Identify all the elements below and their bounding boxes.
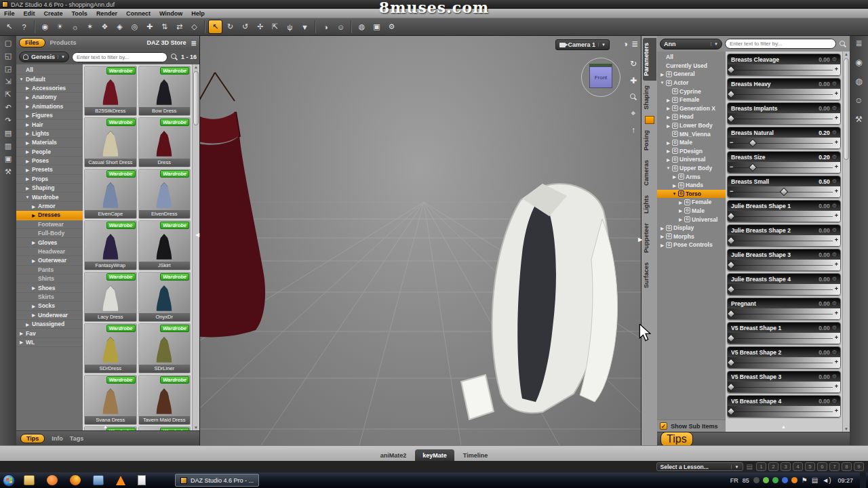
firefox-icon[interactable]	[70, 475, 81, 485]
blue-app-icon[interactable]	[93, 475, 104, 485]
whats-this-help[interactable]: ?	[17, 20, 31, 34]
increment-button[interactable]: +	[835, 115, 838, 121]
pane-tab[interactable]: Cameras	[643, 155, 656, 190]
slider-track[interactable]: − +	[728, 64, 840, 75]
tree-arrow-icon[interactable]: ▶	[666, 123, 671, 128]
increment-button[interactable]: +	[835, 163, 838, 170]
asset-thumbnail[interactable]: Wardrobe OnyxDr	[138, 272, 191, 322]
slider-track[interactable]: − +	[728, 284, 840, 295]
category-row[interactable]: ▶ Lights	[16, 129, 83, 138]
gear-icon[interactable]: ⚙	[832, 300, 837, 306]
tree-arrow-icon[interactable]: ▶	[25, 322, 30, 327]
white-shirt-object[interactable]	[441, 178, 641, 429]
slider-track[interactable]: − +	[728, 162, 840, 173]
redo-icon[interactable]: ↷	[5, 117, 11, 124]
daz-store-link[interactable]: DAZ 3D Store	[147, 39, 186, 46]
gear-icon[interactable]: ⚙	[832, 276, 837, 282]
category-row[interactable]: ▶ Accessories	[16, 84, 83, 93]
tab-products[interactable]: Products	[50, 39, 77, 46]
category-row[interactable]: ▶ WL	[16, 338, 83, 347]
aux-viewport-toggle[interactable]: ◍	[355, 20, 369, 34]
category-row[interactable]: ▶ Dresses	[16, 211, 83, 220]
tree-arrow-icon[interactable]: ▶	[19, 340, 24, 344]
parameter-group-row[interactable]: ▶ G General	[657, 70, 726, 79]
slider-track[interactable]: − +	[728, 186, 840, 197]
asset-thumbnail[interactable]: Wardrobe SDrLiner	[138, 323, 191, 373]
gear-icon[interactable]: ⚙	[832, 81, 837, 87]
timeline-tab[interactable]: aniMate2	[373, 449, 414, 461]
pane-tab[interactable]: Surfaces	[643, 258, 656, 293]
lesson-page-button[interactable]: 8	[842, 462, 852, 471]
tree-arrow-icon[interactable]: ▶	[678, 217, 683, 222]
render-tool[interactable]: ◉	[38, 20, 52, 34]
parameter-group-row[interactable]: ▶ G Lower Body	[657, 121, 726, 130]
timeline-tab[interactable]: keyMate	[415, 449, 454, 461]
tree-arrow-icon[interactable]: ▶	[672, 174, 677, 179]
battery-indicator[interactable]: 85	[743, 477, 749, 484]
camera-selector[interactable]: Camera 1 ▼	[555, 39, 610, 50]
red-dress-object[interactable]	[200, 71, 278, 342]
parameter-slider[interactable]: V5 Breast Shape 2 0.00 ⚙ − +	[727, 346, 841, 369]
slider-handle[interactable]	[727, 285, 735, 294]
increment-button[interactable]: +	[835, 310, 838, 317]
tree-arrow-icon[interactable]: ▶	[666, 106, 671, 110]
category-row[interactable]: Full-Body	[16, 229, 83, 238]
parameters-scrollbar[interactable]: ▲ ▼	[842, 52, 850, 432]
tree-arrow-icon[interactable]: ▶	[660, 226, 665, 230]
draw-style-icon[interactable]: ◑	[623, 39, 628, 49]
asset-thumbnail[interactable]: Wardrobe SDrDress	[84, 323, 137, 373]
parameter-slider[interactable]: Julie Breasts Shape 1 0.00 ⚙ − +	[727, 200, 841, 222]
gear-icon[interactable]: ⚙	[832, 373, 837, 380]
tree-arrow-icon[interactable]: ▶	[660, 243, 665, 247]
increment-button[interactable]: +	[835, 212, 838, 219]
category-row[interactable]: ▶ Hair	[16, 120, 83, 129]
lesson-page-button[interactable]: 2	[768, 462, 778, 471]
media-player-icon[interactable]	[47, 475, 58, 485]
library-scrollbar[interactable]: ▲ ▼	[192, 64, 199, 430]
package-icon[interactable]: ▣	[5, 155, 12, 163]
slider-handle[interactable]	[727, 334, 735, 343]
tree-arrow-icon[interactable]: ▶	[31, 213, 36, 218]
menu-item[interactable]: Connect	[126, 10, 151, 17]
parameter-slider[interactable]: Breasts Natural 0.20 ⚙ − +	[727, 127, 841, 149]
category-row[interactable]: ▶ Anatomy	[16, 93, 83, 102]
tree-arrow-icon[interactable]: ▶	[666, 148, 671, 153]
tree-arrow-icon[interactable]: ▼	[672, 192, 677, 196]
gear-icon[interactable]: ⚙	[832, 178, 837, 184]
parameter-slider[interactable]: Breasts Small 0.50 ⚙ − +	[727, 176, 841, 198]
chevron-down-icon[interactable]: ▼	[598, 43, 606, 47]
parameter-slider[interactable]: Julie Breasts Shape 2 0.00 ⚙ − +	[727, 224, 841, 247]
panel-collapse-arrow[interactable]: ▶	[638, 237, 642, 243]
menu-item[interactable]: Create	[44, 10, 63, 17]
gear-icon[interactable]: ⚙	[832, 251, 837, 258]
new-node[interactable]: ◈	[113, 20, 127, 34]
menu-item[interactable]: Tools	[72, 10, 87, 17]
parameter-group-row[interactable]: ▶ G Display	[657, 224, 726, 232]
network-icon[interactable]: ▤	[812, 476, 818, 484]
node-ghost[interactable]: ◇	[187, 20, 201, 34]
lesson-page-button[interactable]: 3	[781, 462, 791, 471]
tree-arrow-icon[interactable]: ▶	[19, 331, 24, 336]
orbit-tool[interactable]: ↺	[238, 20, 252, 34]
lesson-page-button[interactable]: 7	[829, 462, 840, 471]
pan-icon[interactable]: ✚	[630, 76, 637, 85]
figure-setup-tool[interactable]: ☺	[334, 20, 348, 34]
slider-track[interactable]: − +	[728, 138, 840, 148]
parameter-group-row[interactable]: G Currently Used	[657, 62, 726, 70]
start-button[interactable]	[3, 474, 15, 487]
undo-icon[interactable]: ↶	[5, 104, 11, 111]
category-row[interactable]: Headwear	[16, 247, 83, 256]
new-group[interactable]: ✚	[142, 20, 157, 34]
footer-tab[interactable]: Tags	[70, 435, 83, 442]
tree-arrow-icon[interactable]: ▼	[19, 77, 24, 81]
category-row[interactable]: ▶ Animations	[16, 102, 83, 111]
show-desktop-button[interactable]	[860, 472, 866, 488]
aim-icon[interactable]: ↑	[631, 125, 635, 135]
duplicate-icon[interactable]: ▤	[5, 129, 12, 137]
save-file-icon[interactable]: ◲	[5, 65, 12, 73]
scroll-down-icon[interactable]: ▼	[193, 426, 199, 430]
vlc-icon[interactable]	[116, 476, 125, 485]
tree-arrow-icon[interactable]: ▶	[25, 85, 30, 90]
parameter-group-row[interactable]: G All	[657, 53, 726, 62]
asset-thumbnail[interactable]: Wardrobe Svana Dress	[84, 375, 137, 425]
